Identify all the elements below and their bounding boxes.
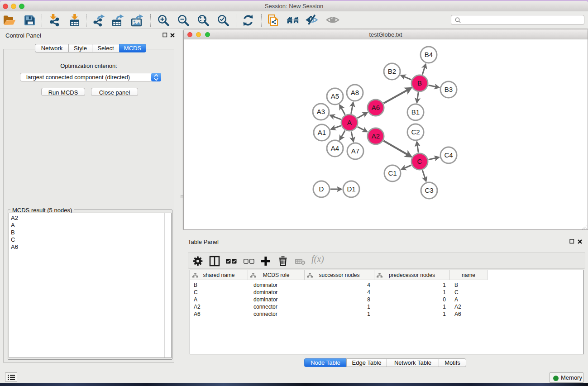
svg-text:B1: B1: [411, 108, 420, 116]
svg-text:B3: B3: [445, 86, 453, 93]
svg-text:D1: D1: [347, 185, 355, 193]
svg-text:B4: B4: [425, 51, 433, 58]
svg-text:A: A: [347, 119, 352, 126]
svg-text:A8: A8: [351, 89, 359, 96]
svg-text:B2: B2: [388, 67, 396, 75]
svg-text:C4: C4: [444, 151, 453, 159]
svg-text:D: D: [319, 185, 324, 193]
svg-text:A7: A7: [351, 147, 359, 155]
svg-text:A3: A3: [317, 108, 325, 115]
svg-text:A4: A4: [331, 144, 339, 152]
svg-text:A1: A1: [318, 129, 326, 136]
svg-text:C2: C2: [411, 128, 420, 136]
svg-text:A2: A2: [372, 132, 380, 140]
svg-text:A5: A5: [331, 92, 339, 100]
svg-text:A6: A6: [372, 104, 380, 111]
svg-text:C3: C3: [425, 186, 433, 194]
svg-text:B: B: [417, 79, 422, 87]
svg-text:C1: C1: [388, 169, 397, 177]
svg-text:C: C: [417, 157, 422, 165]
